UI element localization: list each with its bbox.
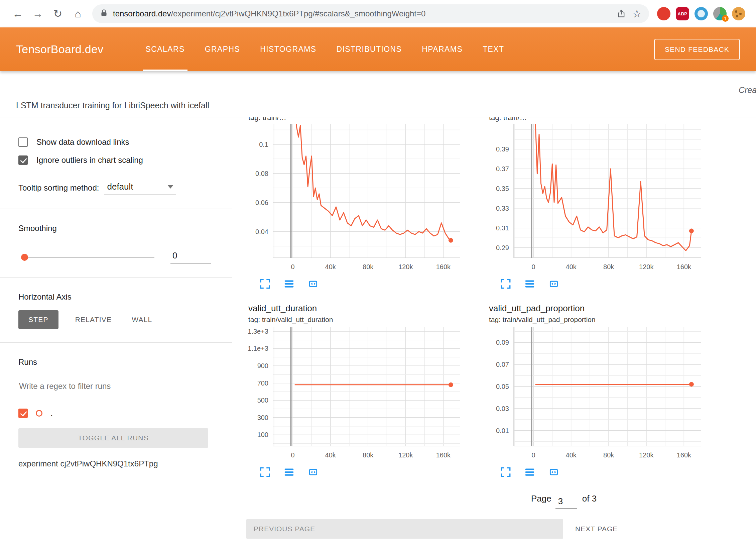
chart-card-valid-utt-pad-proportion: valid_utt_pad_proportion tag: train/vali…: [474, 303, 715, 479]
smoothing-slider-thumb[interactable]: [21, 254, 28, 261]
smoothing-value-input[interactable]: 0: [170, 250, 211, 264]
bookmark-star-icon[interactable]: ☆: [632, 7, 642, 20]
lock-icon: [100, 9, 108, 19]
chart-data-icon[interactable]: [282, 277, 296, 291]
back-button[interactable]: ←: [9, 5, 27, 23]
chart-header-clipped: tag: train/…: [489, 117, 715, 124]
runs-filter-input[interactable]: [18, 380, 212, 395]
svg-text:0: 0: [532, 451, 535, 459]
runs-label: Runs: [18, 357, 232, 367]
svg-text:0: 0: [291, 263, 295, 270]
clipped-right-text: Crea: [739, 85, 756, 95]
svg-text:0.04: 0.04: [255, 228, 268, 235]
subheader: Crea LSTM transducer training for LibriS…: [0, 71, 756, 117]
svg-text:40k: 40k: [325, 451, 336, 459]
svg-text:0.09: 0.09: [496, 339, 509, 346]
previous-page-button[interactable]: PREVIOUS PAGE: [246, 519, 563, 539]
svg-text:0.33: 0.33: [496, 205, 509, 212]
show-download-links-checkbox[interactable]: [18, 137, 28, 147]
experiment-title: LSTM transducer training for LibriSpeech…: [16, 101, 209, 110]
axis-relative-button[interactable]: RELATIVE: [72, 310, 115, 329]
svg-text:120k: 120k: [398, 263, 413, 270]
svg-text:0.35: 0.35: [496, 185, 509, 192]
extension-blue-icon[interactable]: [695, 7, 708, 20]
divider: [0, 342, 232, 343]
extension-red-icon[interactable]: [657, 7, 670, 20]
fit-domain-icon[interactable]: [306, 465, 321, 479]
expand-chart-icon[interactable]: [498, 277, 513, 291]
svg-text:500: 500: [257, 397, 268, 404]
send-feedback-button[interactable]: SEND FEEDBACK: [654, 39, 740, 60]
tensorboard-logo[interactable]: TensorBoard.dev: [16, 43, 104, 56]
chart-card-top-right: tag: train/… 040k80k120k160k0.290.310.33…: [474, 117, 715, 291]
horizontal-axis-buttons: STEP RELATIVE WALL: [18, 310, 232, 329]
fit-domain-icon[interactable]: [546, 277, 561, 291]
extension-abp-icon[interactable]: ABP: [676, 7, 689, 20]
tooltip-sorting-row: Tooltip sorting method: default: [18, 182, 232, 195]
svg-text:0.07: 0.07: [496, 361, 509, 368]
expand-chart-icon[interactable]: [258, 277, 272, 291]
axis-step-button[interactable]: STEP: [18, 310, 58, 329]
tab-hparams[interactable]: HPARAMS: [412, 27, 473, 71]
tab-distributions[interactable]: DISTRIBUTIONS: [327, 27, 412, 71]
address-bar[interactable]: tensorboard.dev/experiment/cj2vtPiwQHKN9…: [92, 4, 649, 23]
fit-domain-icon[interactable]: [306, 277, 321, 291]
chart-tag: tag: train/valid_utt_pad_proportion: [489, 316, 715, 324]
scalar-chart[interactable]: 040k80k120k160k0.010.030.050.070.09: [484, 327, 704, 462]
svg-text:0.39: 0.39: [496, 145, 509, 153]
chart-data-icon[interactable]: [522, 277, 537, 291]
svg-text:120k: 120k: [639, 451, 654, 459]
tab-graphs[interactable]: GRAPHS: [195, 27, 250, 71]
page-of-label: of 3: [582, 494, 597, 504]
svg-text:160k: 160k: [677, 263, 691, 270]
chart-data-icon[interactable]: [522, 465, 537, 479]
chart-toolbar: [258, 277, 474, 291]
svg-text:40k: 40k: [566, 451, 577, 459]
chart-tag: tag: train/valid_utt_duration: [248, 316, 474, 324]
browser-toolbar: ← → ↻ ⌂ tensorboard.dev/experiment/cj2vt…: [0, 0, 756, 27]
extension-cookie-icon[interactable]: [732, 7, 745, 20]
chevron-down-icon: [167, 185, 173, 189]
svg-text:1.1e+3: 1.1e+3: [248, 345, 268, 352]
tab-scalars[interactable]: SCALARS: [136, 27, 195, 71]
chart-data-icon[interactable]: [282, 465, 296, 479]
url-text: tensorboard.dev/experiment/cj2vtPiwQHKN9…: [113, 9, 611, 18]
chart-toolbar: [498, 465, 715, 479]
forward-button[interactable]: →: [29, 5, 47, 23]
ignore-outliers-checkbox[interactable]: [18, 155, 28, 165]
profile-avatar[interactable]: 1: [713, 7, 727, 20]
smoothing-row: 0: [18, 250, 214, 264]
svg-text:40k: 40k: [325, 263, 336, 270]
ignore-outliers-row: Ignore outliers in chart scaling: [18, 155, 232, 165]
svg-text:0.29: 0.29: [496, 244, 509, 251]
chart-card-valid-utt-duration: valid_utt_duration tag: train/valid_utt_…: [234, 303, 474, 479]
svg-text:80k: 80k: [603, 451, 614, 459]
share-icon[interactable]: [617, 9, 626, 18]
extension-badge: 1: [722, 15, 729, 22]
svg-text:120k: 120k: [639, 263, 654, 270]
svg-text:0.01: 0.01: [496, 427, 509, 434]
run-checkbox[interactable]: [18, 409, 28, 418]
expand-chart-icon[interactable]: [498, 465, 513, 479]
scalar-chart[interactable]: 040k80k120k160k1003005007009001.1e+31.3e…: [243, 327, 464, 462]
next-page-button[interactable]: NEXT PAGE: [575, 525, 618, 533]
scalar-chart[interactable]: 040k80k120k160k0.040.060.080.1: [243, 124, 464, 274]
axis-wall-button[interactable]: WALL: [128, 310, 155, 329]
run-row: .: [18, 408, 232, 418]
scalar-chart[interactable]: 040k80k120k160k0.290.310.330.350.370.39: [484, 124, 704, 274]
fit-domain-icon[interactable]: [546, 465, 561, 479]
tab-text[interactable]: TEXT: [473, 27, 514, 71]
settings-sidebar: Show data download links Ignore outliers…: [0, 117, 232, 547]
tooltip-sorting-dropdown[interactable]: default: [104, 182, 176, 195]
run-color-swatch: [36, 410, 42, 417]
svg-text:300: 300: [257, 414, 268, 421]
expand-chart-icon[interactable]: [258, 465, 272, 479]
smoothing-slider[interactable]: [22, 257, 154, 258]
show-download-links-label: Show data download links: [36, 137, 129, 147]
page-number-input[interactable]: 3: [555, 496, 577, 509]
reload-button[interactable]: ↻: [49, 5, 67, 23]
toggle-all-runs-button[interactable]: TOGGLE ALL RUNS: [18, 428, 208, 448]
tab-histograms[interactable]: HISTOGRAMS: [250, 27, 326, 71]
svg-text:80k: 80k: [363, 451, 374, 459]
home-button[interactable]: ⌂: [69, 5, 87, 23]
